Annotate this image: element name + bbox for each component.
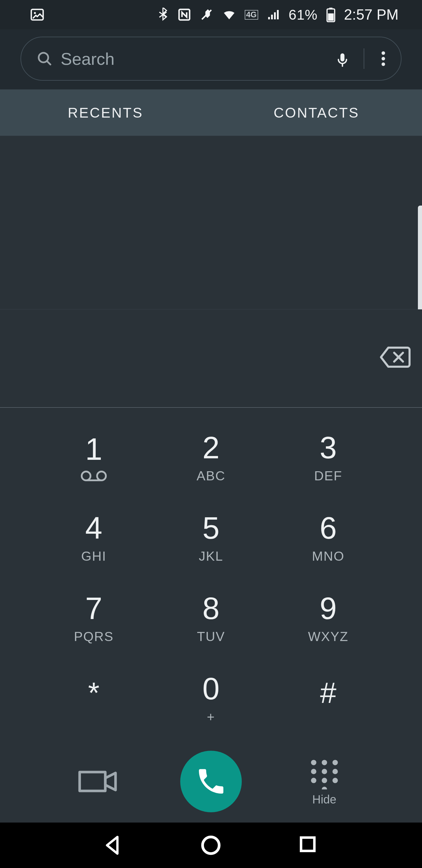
key-letters: [326, 709, 331, 724]
key-letters: JKL: [199, 549, 223, 564]
more-options-button[interactable]: [376, 50, 391, 67]
dialpad-key-2[interactable]: 2 ABC: [152, 419, 270, 497]
dialpad-key-9[interactable]: 9 WXYZ: [270, 580, 387, 657]
wifi-icon: [222, 8, 236, 22]
call-fab[interactable]: [180, 751, 242, 812]
svg-point-20: [311, 769, 316, 774]
svg-point-22: [332, 769, 337, 774]
svg-point-13: [82, 471, 91, 480]
search-field[interactable]: Search: [21, 37, 401, 81]
svg-rect-16: [80, 772, 105, 791]
status-bar: 4G 61% 2:57 PM: [0, 0, 422, 29]
svg-point-1: [34, 12, 36, 14]
svg-point-18: [322, 760, 327, 765]
svg-line-8: [47, 61, 51, 64]
dialpad-key-3[interactable]: 3 DEF: [270, 419, 387, 497]
dialpad-key-pound[interactable]: #: [270, 660, 387, 738]
recents-list[interactable]: [0, 136, 422, 309]
svg-point-24: [322, 778, 327, 783]
svg-point-14: [97, 471, 106, 480]
nav-recent-button[interactable]: [296, 833, 321, 858]
svg-point-26: [322, 786, 327, 789]
dialer-actions: Hide: [0, 749, 422, 819]
svg-rect-28: [301, 837, 315, 851]
key-letters: ABC: [197, 468, 226, 484]
key-letters: GHI: [81, 549, 106, 564]
bluetooth-icon: [157, 8, 169, 22]
backspace-button[interactable]: [380, 345, 412, 370]
key-digit: 2: [202, 432, 220, 463]
key-digit: #: [320, 678, 336, 707]
tab-label: CONTACTS: [274, 105, 359, 121]
dialpad-key-5[interactable]: 5 JKL: [152, 500, 270, 577]
key-letters: PQRS: [74, 629, 114, 644]
key-letters: WXYZ: [308, 629, 349, 644]
battery-icon: [326, 7, 336, 22]
key-digit: 5: [202, 513, 220, 544]
key-digit: 7: [85, 593, 102, 624]
separator: [364, 49, 364, 69]
battery-percent: 61%: [289, 7, 318, 23]
key-digit: 6: [320, 513, 337, 544]
svg-rect-5: [328, 13, 334, 21]
svg-rect-9: [340, 53, 345, 62]
dialpad-key-star[interactable]: *: [35, 660, 152, 738]
video-call-button[interactable]: [41, 767, 155, 796]
nav-back-button[interactable]: [101, 833, 126, 858]
key-digit: 8: [202, 593, 220, 624]
image-notification-icon: [29, 7, 45, 23]
vibrate-mute-icon: [200, 8, 214, 22]
key-digit: 4: [85, 513, 102, 544]
dialpad-dots-icon: [308, 757, 340, 789]
nav-home-button[interactable]: [198, 833, 223, 858]
dialpad-key-6[interactable]: 6 MNO: [270, 500, 387, 577]
search-icon: [36, 50, 53, 67]
key-digit: 1: [85, 434, 102, 465]
dialpad: 1 2 ABC 3 DEF 4 GHI 5 JKL 6 MNO 7 PQRS: [0, 408, 422, 749]
svg-point-21: [322, 769, 327, 774]
hide-dialpad-button[interactable]: Hide: [267, 757, 381, 806]
key-letters: DEF: [314, 468, 342, 484]
key-digit: 0: [202, 673, 220, 704]
nfc-icon: [177, 8, 191, 22]
svg-point-19: [332, 760, 337, 765]
clock-time: 2:57 PM: [344, 6, 398, 23]
search-bar-container: Search: [0, 29, 422, 89]
signal-icon: [266, 8, 281, 22]
svg-point-23: [311, 778, 316, 783]
tab-label: RECENTS: [68, 105, 143, 121]
key-letters: TUV: [197, 629, 225, 644]
svg-point-25: [332, 778, 337, 783]
voice-search-button[interactable]: [334, 50, 352, 67]
voicemail-icon: [80, 470, 107, 482]
key-letters: MNO: [312, 549, 345, 564]
number-entry: [0, 309, 422, 408]
tab-contacts[interactable]: CONTACTS: [211, 89, 422, 136]
key-digit: 9: [320, 593, 337, 624]
key-letters: +: [207, 709, 215, 724]
key-letters: [92, 709, 96, 724]
call-button[interactable]: [155, 751, 268, 812]
dialpad-key-7[interactable]: 7 PQRS: [35, 580, 152, 657]
svg-point-17: [311, 760, 316, 765]
dialpad-key-1[interactable]: 1: [35, 419, 152, 497]
dialpad-key-0[interactable]: 0 +: [152, 660, 270, 738]
search-placeholder: Search: [61, 49, 334, 69]
svg-point-27: [203, 837, 220, 854]
svg-rect-6: [329, 8, 332, 9]
dialpad-key-8[interactable]: 8 TUV: [152, 580, 270, 657]
key-digit: *: [88, 678, 100, 707]
hide-label: Hide: [313, 793, 336, 806]
tab-bar: RECENTS CONTACTS: [0, 89, 422, 136]
tab-recents[interactable]: RECENTS: [0, 89, 211, 136]
android-nav-bar: [0, 823, 422, 868]
network-type-label: 4G: [245, 10, 258, 20]
dialpad-key-4[interactable]: 4 GHI: [35, 500, 152, 577]
key-digit: 3: [320, 432, 337, 463]
